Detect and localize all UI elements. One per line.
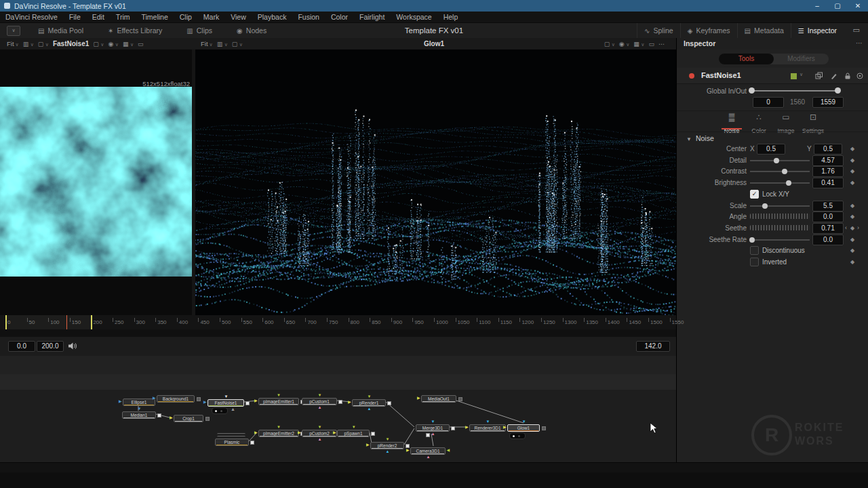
node-thumb-box[interactable] [542, 426, 546, 430]
keyframe-diamond-icon[interactable]: ◆ [850, 225, 854, 231]
node-top-connector-icon[interactable]: ▼ [352, 424, 356, 430]
slider-handle-contrast[interactable] [782, 169, 787, 174]
left-viewer[interactable]: 512x512xfloat32 [0, 49, 192, 315]
node-prender1[interactable]: pRender1▶▼▲ [352, 399, 386, 407]
node-input-arrow-icon[interactable]: ▶ [298, 430, 301, 436]
pick-icon[interactable] [830, 72, 838, 80]
center-x-field[interactable]: 0.5 [757, 144, 785, 155]
node-bottom-connector-icon[interactable]: ▲ [431, 431, 435, 437]
value-field-seethe[interactable]: 0.71 [812, 223, 844, 234]
node-top-connector-icon[interactable]: ▼ [522, 419, 526, 425]
node-top-connector-icon[interactable]: ▼ [386, 436, 390, 443]
global-out-field[interactable]: 1559 [812, 97, 844, 108]
value-field-angle[interactable]: 0.0 [812, 211, 844, 222]
node-top-connector-icon[interactable]: ▼ [318, 392, 322, 399]
node-top-connector-icon[interactable]: ▼ [277, 424, 281, 430]
slider-contrast[interactable] [750, 171, 810, 172]
node-merge3d1[interactable]: Merge3D1▼▲ [416, 424, 450, 432]
lut-icon[interactable]: ▢ ∨ [604, 41, 615, 47]
viewer-dot-2[interactable] [220, 410, 222, 412]
node-thumb-box[interactable] [205, 417, 210, 421]
node-input-arrow-icon[interactable]: ◀ [446, 447, 450, 453]
menu-playback[interactable]: Playback [258, 13, 287, 21]
node-output-square[interactable] [451, 426, 455, 430]
thumbwheel-angle[interactable] [750, 214, 810, 219]
minimize-icon[interactable]: – [807, 0, 827, 12]
nodes-button[interactable]: ◉Nodes [230, 23, 273, 38]
node-bottom-square[interactable] [426, 433, 430, 437]
value-field-seethe-rate[interactable]: 0.0 [812, 235, 844, 245]
node-background1[interactable]: Background1▶ [157, 395, 195, 403]
thumbwheel-seethe[interactable] [750, 225, 810, 230]
node-output-square[interactable] [338, 400, 342, 404]
keyframe-diamond-icon[interactable]: ◆ [850, 247, 854, 253]
color-icon[interactable]: ◉ ∨ [108, 41, 118, 47]
value-field-contrast[interactable]: 1.76 [812, 166, 844, 177]
presentation-icon[interactable]: ▭ [853, 26, 860, 35]
node-input-arrow-icon[interactable]: ▶ [153, 395, 156, 401]
layer-icon[interactable]: ▥ ∨ [217, 41, 228, 47]
fit-dropdown[interactable]: Fit ∨ [7, 40, 19, 47]
keyframe-diamond-icon[interactable]: ◆ [850, 146, 854, 152]
node-bottom-connector-icon[interactable]: ▲ [386, 449, 390, 455]
node-input-arrow-icon[interactable]: ▶ [465, 424, 469, 430]
menu-timeline[interactable]: Timeline [141, 13, 167, 21]
playhead[interactable] [66, 315, 67, 329]
global-out-handle[interactable] [835, 87, 841, 94]
menu-edit[interactable]: Edit [92, 13, 104, 21]
versions-icon[interactable] [815, 72, 823, 80]
node-top-connector-icon[interactable]: ▼ [138, 406, 142, 412]
menu-davinci-resolve[interactable]: DaVinci Resolve [5, 13, 58, 21]
checkbox-lock-x-y[interactable]: ✓ [750, 190, 759, 199]
keyframe-diamond-icon[interactable]: ◆ [850, 168, 854, 174]
node-input-arrow-icon[interactable]: ▶ [417, 395, 420, 401]
menu-fairlight[interactable]: Fairlight [359, 13, 384, 21]
node-input-arrow-icon[interactable]: ▶ [119, 399, 122, 405]
node-camera3d1[interactable]: Camera3D1▶◀▲ [410, 447, 446, 455]
menu-help[interactable]: Help [443, 13, 458, 21]
prev-keyframe-icon[interactable]: ‹ [845, 224, 847, 231]
node-output-square[interactable] [157, 413, 161, 418]
range-out-bracket[interactable] [91, 315, 92, 329]
layer-icon[interactable]: ▥ ∨ [23, 41, 34, 47]
clips-button[interactable]: ▥Clips [180, 23, 219, 38]
title-bar[interactable]: DaVinci Resolve - Template FX v01 – ▢ ✕ [0, 0, 868, 12]
node-output-square[interactable] [245, 401, 250, 405]
node-output-square[interactable] [371, 432, 375, 436]
node-pcustom2[interactable]: pCustom2▶▼▲ [302, 430, 337, 437]
node-output-square[interactable] [387, 401, 391, 405]
value-field-scale[interactable]: 5.5 [812, 201, 844, 211]
node-top-connector-icon[interactable]: ▼ [486, 419, 490, 425]
slider-detail[interactable] [750, 160, 810, 161]
global-in-out-slider[interactable] [751, 90, 838, 92]
node-enable-toggle[interactable] [689, 73, 694, 79]
node-mediaout1[interactable]: MediaOut1▶ [421, 395, 456, 403]
grid-icon[interactable]: ▦ ∨ [123, 41, 134, 47]
close-icon[interactable]: ✕ [848, 0, 868, 12]
node-pspawn1[interactable]: pSpawn1▶▼ [337, 430, 370, 437]
keyframes-button[interactable]: ◈Keyframes [680, 23, 737, 38]
range-out-field[interactable]: 200.0 [37, 341, 64, 352]
menu-view[interactable]: View [231, 13, 246, 21]
keyframe-diamond-icon[interactable]: ◆ [850, 157, 854, 163]
roi-icon[interactable]: ▭ [648, 41, 654, 47]
keyframe-diamond-icon[interactable]: ◆ [850, 259, 854, 265]
viewer-options-icon[interactable]: ⋯ [658, 41, 665, 47]
viewer-dot-1[interactable] [513, 435, 515, 437]
node-thumb-box[interactable] [197, 397, 201, 401]
effects-library-button[interactable]: ✶Effects Library [101, 23, 169, 38]
roi-icon[interactable]: ▭ [138, 41, 144, 47]
node-input-arrow-icon[interactable]: ▶ [503, 424, 507, 430]
node-bottom-connector-icon[interactable]: ▲ [368, 406, 372, 412]
node-output-square[interactable] [250, 441, 254, 445]
menu-workspace[interactable]: Workspace [396, 13, 431, 21]
menu-color[interactable]: Color [331, 13, 348, 21]
node-color-swatch[interactable] [791, 73, 797, 79]
menu-file[interactable]: File [69, 13, 81, 21]
inspector-options-icon[interactable]: ⋯ [856, 39, 863, 47]
node-top-connector-icon[interactable]: ▼ [318, 424, 322, 430]
tab-modifiers[interactable]: Modifiers [774, 54, 829, 64]
node-top-connector-icon[interactable]: ▼ [368, 394, 372, 400]
checkbox-discontinuous[interactable] [750, 246, 759, 255]
range-in-bracket[interactable] [5, 315, 7, 329]
